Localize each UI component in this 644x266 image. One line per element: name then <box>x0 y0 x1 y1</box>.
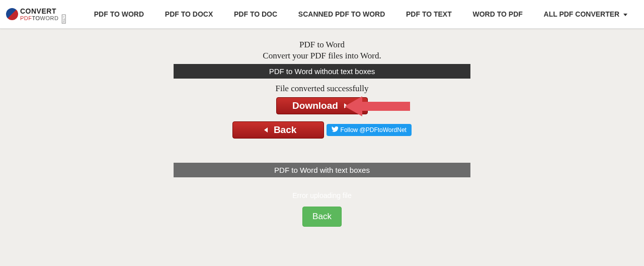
logo-text-block: CONVERT PDFTOWORDNET <box>20 7 68 21</box>
pointer-arrow-icon <box>345 94 410 121</box>
twitter-follow-button[interactable]: Follow @PDFtoWordNet <box>327 124 412 136</box>
back-button-red[interactable]: Back <box>232 121 324 139</box>
page-subtitle: Convert your PDF files into Word. <box>174 51 470 61</box>
back-label: Back <box>274 124 296 136</box>
logo[interactable]: CONVERT PDFTOWORDNET <box>6 7 68 21</box>
twitter-icon <box>332 126 338 134</box>
nav-scanned-pdf-to-word[interactable]: SCANNED PDF TO WORD <box>298 10 385 18</box>
error-message: Error uploading file <box>174 191 470 200</box>
page-title: PDF to Word <box>174 40 470 50</box>
chevron-down-icon <box>623 14 627 16</box>
logo-top: CONVERT <box>20 7 68 15</box>
convert-block: File converted successfully Download Bac… <box>174 84 470 140</box>
section1-heading: PDF to Word without text boxes <box>174 64 470 79</box>
nav-all-pdf-converter[interactable]: ALL PDF CONVERTER <box>544 10 628 18</box>
nav-pdf-to-text[interactable]: PDF TO TEXT <box>406 10 452 18</box>
nav-pdf-to-docx[interactable]: PDF TO DOCX <box>165 10 213 18</box>
twitter-label: Follow @PDFtoWordNet <box>341 126 407 134</box>
main-wrap: PDF to Word Convert your PDF files into … <box>174 40 470 227</box>
section2-heading: PDF to Word with text boxes <box>174 163 470 177</box>
logo-icon <box>6 8 18 20</box>
nav-pdf-to-doc[interactable]: PDF TO DOC <box>234 10 277 18</box>
nav-pdf-to-word[interactable]: PDF TO WORD <box>94 10 144 18</box>
nav-items: PDF TO WORD PDF TO DOCX PDF TO DOC SCANN… <box>84 10 638 18</box>
back-button-green[interactable]: Back <box>302 207 342 227</box>
download-label: Download <box>292 100 338 111</box>
file-status: File converted successfully <box>174 84 470 94</box>
play-left-icon <box>264 127 268 132</box>
navbar: CONVERT PDFTOWORDNET PDF TO WORD PDF TO … <box>0 0 644 29</box>
logo-sub: PDFTOWORDNET <box>20 15 68 21</box>
nav-word-to-pdf[interactable]: WORD TO PDF <box>473 10 523 18</box>
svg-marker-0 <box>345 96 410 116</box>
